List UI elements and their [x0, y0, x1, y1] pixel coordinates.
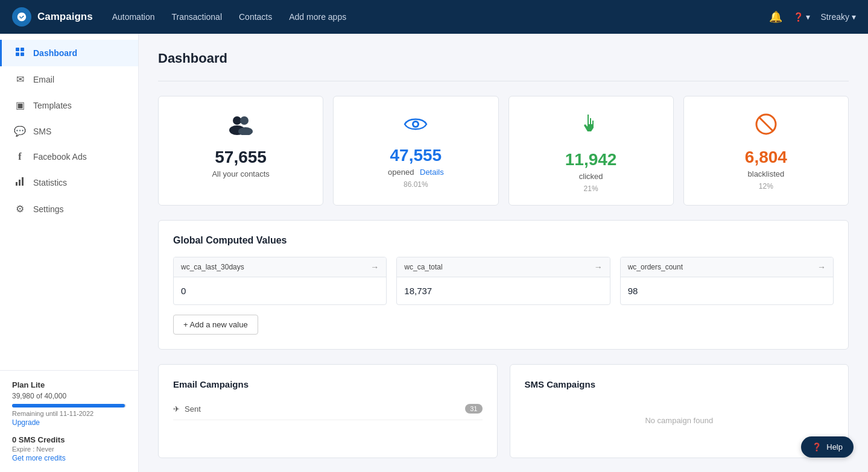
- sidebar-settings-label: Settings: [33, 204, 64, 214]
- email-campaigns-card: Email Campaigns ✈ Sent 31: [158, 364, 498, 458]
- global-computed-section: Global Computed Values wc_ca_last_30days…: [158, 220, 849, 350]
- sms-campaigns-card: SMS Campaigns No campaign found: [510, 364, 849, 458]
- sidebar-item-templates[interactable]: ▣ Templates: [0, 92, 138, 118]
- nav-transactional[interactable]: Transactional: [171, 12, 222, 22]
- logo-icon: [12, 7, 31, 27]
- main-layout: Dashboard ✉ Email ▣ Templates 💬 SMS f Fa…: [0, 34, 868, 472]
- dashboard-icon: [14, 47, 26, 59]
- help-label: Help: [826, 442, 843, 452]
- sidebar-item-facebook-ads[interactable]: f Facebook Ads: [0, 144, 138, 169]
- sidebar-item-sms[interactable]: 💬 SMS: [0, 118, 138, 144]
- email-sent-label: ✈ Sent: [173, 404, 201, 414]
- computed-header-0: wc_ca_last_30days →: [174, 257, 386, 277]
- sent-plane-icon: ✈: [173, 404, 180, 414]
- add-value-button[interactable]: + Add a new value: [173, 315, 258, 335]
- notifications-icon[interactable]: 🔔: [769, 10, 782, 24]
- top-navigation: Campaigns Automation Transactional Conta…: [0, 0, 868, 34]
- templates-icon: ▣: [14, 99, 26, 111]
- sidebar: Dashboard ✉ Email ▣ Templates 💬 SMS f Fa…: [0, 34, 139, 472]
- user-menu[interactable]: Streaky ▾: [821, 12, 856, 22]
- stat-card-contacts: 57,655 All your contacts: [158, 96, 323, 206]
- sidebar-item-dashboard[interactable]: Dashboard: [0, 40, 138, 66]
- computed-key-0: wc_ca_last_30days: [181, 263, 244, 271]
- nav-automation[interactable]: Automation: [112, 12, 155, 22]
- stat-card-opened: 47,555 opened Details 86.01%: [333, 96, 498, 206]
- svg-rect-4: [16, 182, 17, 186]
- nav-add-more-apps[interactable]: Add more apps: [289, 12, 346, 22]
- nav-contacts[interactable]: Contacts: [239, 12, 272, 22]
- stat-card-blacklisted: 6,804 blacklisted 12%: [683, 96, 849, 206]
- opened-icon: [404, 113, 428, 139]
- email-campaigns-title: Email Campaigns: [173, 379, 483, 389]
- nav-links: Automation Transactional Contacts Add mo…: [112, 12, 750, 22]
- sidebar-statistics-label: Statistics: [33, 178, 67, 187]
- computed-value-2: 98: [621, 277, 833, 304]
- sms-icon: 💬: [14, 125, 26, 137]
- sidebar-dashboard-label: Dashboard: [33, 48, 77, 58]
- sidebar-email-label: Email: [33, 75, 54, 84]
- plan-progress-fill: [12, 404, 125, 407]
- help-icon[interactable]: ❓ ▾: [793, 12, 810, 22]
- statistics-icon: [14, 177, 26, 189]
- computed-value-1: 18,737: [397, 277, 609, 304]
- sms-credits-section: 0 SMS Credits Expire : Never Get more cr…: [12, 435, 126, 462]
- opened-label: opened Details: [388, 168, 444, 177]
- sidebar-item-settings[interactable]: ⚙ Settings: [0, 196, 138, 222]
- svg-rect-2: [16, 52, 19, 56]
- svg-rect-3: [21, 52, 24, 56]
- clicked-label: clicked: [579, 172, 603, 181]
- computed-key-2: wc_orders_count: [628, 263, 683, 271]
- sidebar-plan-section: Plan Lite 39,980 of 40,000 Remaining unt…: [0, 370, 138, 472]
- blacklisted-icon: [755, 113, 777, 140]
- title-divider: [158, 81, 849, 81]
- opened-value: 47,555: [390, 146, 442, 165]
- blacklisted-sub: 12%: [759, 182, 773, 190]
- plan-progress-bar: [12, 404, 126, 407]
- sidebar-item-statistics[interactable]: Statistics: [0, 169, 138, 196]
- settings-icon: ⚙: [14, 203, 26, 215]
- sms-expire: Expire : Never: [12, 445, 126, 453]
- blacklisted-label: blacklisted: [748, 169, 785, 178]
- opened-sub: 86.01%: [404, 180, 428, 189]
- sidebar-item-email[interactable]: ✉ Email: [0, 66, 138, 92]
- computed-card-2: wc_orders_count → 98: [620, 257, 834, 305]
- global-computed-title: Global Computed Values: [173, 235, 834, 246]
- campaigns-grid: Email Campaigns ✈ Sent 31 SMS Campaigns …: [158, 364, 849, 458]
- clicked-icon: [580, 113, 602, 143]
- email-sent-row: ✈ Sent 31: [173, 398, 483, 420]
- svg-point-12: [414, 122, 417, 126]
- contacts-label: All your contacts: [212, 169, 269, 178]
- computed-value-0: 0: [174, 277, 386, 304]
- clicked-value: 11,942: [565, 150, 617, 169]
- sidebar-templates-label: Templates: [33, 101, 72, 110]
- facebook-icon: f: [14, 151, 26, 162]
- plan-title: Plan Lite: [12, 380, 126, 389]
- sms-credits-title: 0 SMS Credits: [12, 435, 126, 444]
- app-title: Campaigns: [37, 11, 93, 23]
- main-content: Dashboard 57,655 All your contacts: [139, 34, 868, 472]
- no-campaign-message: No campaign found: [525, 398, 834, 443]
- stat-card-clicked: 11,942 clicked 21%: [508, 96, 674, 206]
- plan-count: 39,980 of 40,000: [12, 392, 126, 400]
- svg-rect-5: [19, 180, 21, 186]
- upgrade-link[interactable]: Upgrade: [12, 418, 40, 427]
- blacklisted-value: 6,804: [745, 148, 787, 167]
- sent-count-badge: 31: [465, 404, 482, 414]
- stat-cards-grid: 57,655 All your contacts 47,555 opened D…: [158, 96, 849, 206]
- computed-card-1: wc_ca_total → 18,737: [396, 257, 610, 305]
- computed-key-1: wc_ca_total: [404, 263, 442, 271]
- computed-arrow-0[interactable]: →: [370, 262, 379, 272]
- help-button[interactable]: ❓ Help: [801, 436, 854, 458]
- get-credits-link[interactable]: Get more credits: [12, 454, 126, 462]
- computed-arrow-1[interactable]: →: [594, 262, 603, 272]
- svg-line-14: [759, 117, 773, 131]
- logo[interactable]: Campaigns: [12, 7, 93, 27]
- details-link[interactable]: Details: [420, 168, 444, 177]
- computed-card-0: wc_ca_last_30days → 0: [173, 257, 387, 305]
- clicked-sub: 21%: [584, 184, 598, 193]
- help-circle-icon: ❓: [812, 442, 822, 452]
- sms-campaigns-title: SMS Campaigns: [525, 379, 834, 389]
- svg-rect-1: [21, 48, 24, 51]
- computed-arrow-2[interactable]: →: [817, 262, 826, 272]
- contacts-icon: [227, 113, 254, 140]
